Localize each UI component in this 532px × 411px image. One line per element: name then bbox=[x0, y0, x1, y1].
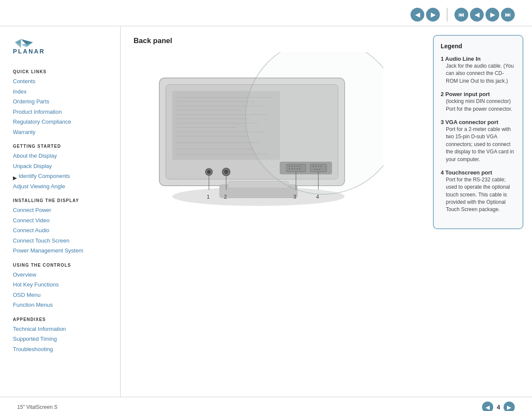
back-panel-svg: 1 2 3 4 bbox=[134, 52, 383, 212]
sidebar-section-appendixes: APPENDIXES Technical Information Support… bbox=[13, 317, 107, 355]
nav-last-button[interactable]: ⏭ bbox=[501, 8, 515, 22]
legend-label-1: Audio Line In bbox=[445, 56, 480, 62]
legend-item-1: 1 Audio Line In Jack for the audio cable… bbox=[441, 56, 516, 85]
legend-num-3: 3 bbox=[441, 119, 445, 125]
sidebar-item-connect-power[interactable]: Connect Power bbox=[13, 205, 107, 215]
sidebar-section-installing: INSTALLING THE DISPLAY Connect Power Con… bbox=[13, 198, 107, 256]
label-4: 4 bbox=[316, 194, 319, 200]
sidebar-item-connect-touch[interactable]: Connect Touch Screen bbox=[13, 236, 107, 246]
sidebar-section-controls: USING THE CONTROLS Overview Hot Key Func… bbox=[13, 263, 107, 310]
sidebar-item-product-info[interactable]: Product Information bbox=[13, 107, 107, 117]
product-name: 15" VitalScreen S bbox=[17, 404, 57, 410]
sidebar-item-identify-components[interactable]: ▶Identify Components bbox=[13, 171, 107, 181]
legend-num-4: 4 bbox=[441, 169, 445, 176]
getting-started-title: GETTING STARTED bbox=[13, 144, 107, 149]
installing-title: INSTALLING THE DISPLAY bbox=[13, 198, 107, 203]
sidebar-item-connect-audio[interactable]: Connect Audio bbox=[13, 225, 107, 236]
sidebar-item-troubleshooting[interactable]: Troubleshooting bbox=[13, 344, 107, 355]
sidebar-item-unpack-display[interactable]: Unpack Display bbox=[13, 161, 107, 171]
active-arrow-icon: ▶ bbox=[13, 174, 17, 178]
legend-item-4: 4 Touchscreen port Port for the RS-232 c… bbox=[441, 169, 516, 214]
nav-back-button[interactable]: ◀ bbox=[470, 8, 484, 22]
sidebar-section-getting-started: GETTING STARTED About the Display Unpack… bbox=[13, 144, 107, 191]
svg-point-24 bbox=[227, 171, 227, 171]
chapter-nav-group: ⏮ ◀ ▶ ⏭ bbox=[454, 8, 515, 22]
logo-area: PLANAR bbox=[13, 35, 107, 60]
legend-box: Legend 1 Audio Line In Jack for the audi… bbox=[433, 35, 523, 229]
content-area: Back panel bbox=[121, 26, 429, 397]
quick-links-title: QUICK LINKS bbox=[13, 69, 107, 74]
legend-label-2: Power input port bbox=[445, 91, 490, 97]
sidebar-item-connect-video[interactable]: Connect Video bbox=[13, 215, 107, 226]
label-3: 3 bbox=[293, 194, 296, 200]
nav-first-button[interactable]: ⏮ bbox=[454, 8, 468, 22]
sidebar-section-quick-links: QUICK LINKS Contents Index Ordering Part… bbox=[13, 69, 107, 137]
label-1: 1 bbox=[207, 194, 210, 200]
legend-desc-4: Port for the RS-232 cable; used to opera… bbox=[446, 176, 516, 214]
sidebar-item-about-display[interactable]: About the Display bbox=[13, 151, 107, 161]
sidebar-item-power-management[interactable]: Power Management System bbox=[13, 246, 107, 256]
legend-item-2: 2 Power input port (locking mini DIN con… bbox=[441, 91, 516, 113]
svg-point-23 bbox=[225, 171, 226, 171]
legend-label-4: Touchscreen port bbox=[445, 169, 492, 176]
right-panel: Legend 1 Audio Line In Jack for the audi… bbox=[429, 26, 532, 397]
svg-text:PLANAR: PLANAR bbox=[13, 48, 45, 55]
bottom-page-nav: ◀ 4 ▶ bbox=[482, 402, 515, 411]
top-bar: ◀ ▶ ⏮ ◀ ▶ ⏭ bbox=[0, 0, 532, 26]
legend-title: Legend bbox=[441, 43, 516, 50]
svg-point-20 bbox=[207, 170, 211, 174]
legend-item-3: 3 VGA connector port Port for a 2-meter … bbox=[441, 119, 516, 163]
nav-separator bbox=[447, 8, 448, 22]
nav-next-button[interactable]: ▶ bbox=[426, 8, 440, 22]
sidebar-item-technical-info[interactable]: Technical Information bbox=[13, 324, 107, 334]
legend-label-3: VGA connector port bbox=[445, 119, 498, 125]
planar-logo: PLANAR bbox=[13, 35, 69, 59]
svg-rect-51 bbox=[228, 181, 289, 188]
main-layout: PLANAR QUICK LINKS Contents Index Orderi… bbox=[0, 26, 532, 397]
sidebar-item-adjust-viewing[interactable]: Adjust Viewing Angle bbox=[13, 181, 107, 192]
controls-title: USING THE CONTROLS bbox=[13, 263, 107, 268]
svg-point-22 bbox=[224, 170, 228, 174]
sidebar-item-index[interactable]: Index bbox=[13, 87, 107, 97]
legend-desc-3: Port for a 2-meter cable with two 15-pin… bbox=[446, 126, 516, 163]
sidebar-item-supported-timing[interactable]: Supported Timing bbox=[13, 334, 107, 344]
legend-num-2: 2 bbox=[441, 91, 445, 97]
sidebar-item-osd-menu[interactable]: OSD Menu bbox=[13, 290, 107, 300]
sidebar-item-overview[interactable]: Overview bbox=[13, 270, 107, 280]
sidebar-item-regulatory[interactable]: Regulatory Compliance bbox=[13, 117, 107, 127]
nav-forward-button[interactable]: ▶ bbox=[485, 8, 499, 22]
back-panel-illustration: 1 2 3 4 bbox=[134, 52, 383, 216]
page-number: 4 bbox=[497, 404, 500, 411]
bottom-prev-button[interactable]: ◀ bbox=[482, 402, 493, 411]
prev-next-group: ◀ ▶ bbox=[411, 8, 440, 22]
appendixes-title: APPENDIXES bbox=[13, 317, 107, 322]
page-title: Back panel bbox=[134, 37, 416, 45]
legend-desc-1: Jack for the audio cable. (You can also … bbox=[446, 62, 516, 85]
sidebar-item-hot-key[interactable]: Hot Key Functions bbox=[13, 280, 107, 290]
nav-controls: ◀ ▶ ⏮ ◀ ▶ ⏭ bbox=[411, 8, 515, 22]
legend-desc-2: (locking mini DIN connector)Port for the… bbox=[446, 98, 516, 113]
legend-num-1: 1 bbox=[441, 56, 445, 62]
sidebar-item-ordering-parts[interactable]: Ordering Parts bbox=[13, 97, 107, 107]
sidebar-item-function-menus[interactable]: Function Menus bbox=[13, 300, 107, 310]
bottom-bar: 15" VitalScreen S ◀ 4 ▶ bbox=[0, 397, 532, 411]
svg-point-25 bbox=[226, 172, 227, 173]
label-2: 2 bbox=[224, 194, 227, 200]
sidebar-item-contents[interactable]: Contents bbox=[13, 76, 107, 87]
sidebar: PLANAR QUICK LINKS Contents Index Orderi… bbox=[0, 26, 121, 397]
bottom-next-button[interactable]: ▶ bbox=[504, 402, 515, 411]
sidebar-item-warranty[interactable]: Warranty bbox=[13, 127, 107, 137]
nav-prev-button[interactable]: ◀ bbox=[411, 8, 424, 22]
